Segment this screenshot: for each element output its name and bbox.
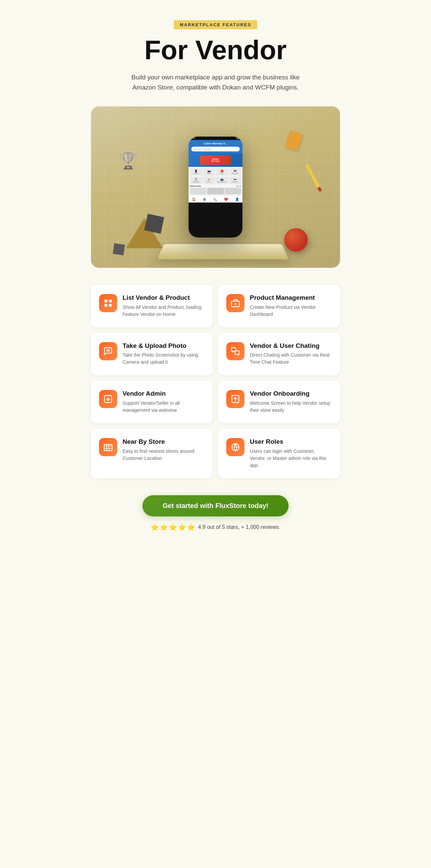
near-by-store-text: Near By Store Easy to find nearest store… <box>122 438 205 462</box>
vendor-onboarding-icon <box>226 390 245 408</box>
feature-card-near-by-store: Near By Store Easy to find nearest store… <box>91 429 213 478</box>
svg-point-19 <box>235 444 236 446</box>
dark-cube-object <box>144 214 164 234</box>
feature-card-product-management: Product Management Create New Product vi… <box>218 285 340 327</box>
triangle-object <box>126 218 163 248</box>
product-management-text: Product Management Create New Product vi… <box>250 294 332 318</box>
feature-card-vendor-onboarding: Vendor Onboarding Welcome Screen to help… <box>218 380 340 423</box>
rating-text: 4.9 out of 5 stars, + 1,000 reviews. <box>198 524 281 530</box>
take-upload-photo-icon <box>99 342 117 360</box>
product-management-icon <box>226 294 245 312</box>
vendor-user-chating-text: Vendor & User Chating Direct Chating wit… <box>250 342 332 366</box>
features-grid: List Vendor & Product Show All Vendor an… <box>91 285 340 478</box>
platform-object <box>157 244 289 259</box>
feature-card-take-upload-photo: Take & Upload Photo Take the Photo Scree… <box>91 333 213 375</box>
feature-card-vendor-admin: Vendor Admin Support Vendor/Seller in al… <box>91 380 213 423</box>
cta-section: Get started with FluxStore today! ⭐⭐⭐⭐⭐ … <box>91 495 340 531</box>
rating-row: ⭐⭐⭐⭐⭐ 4.9 out of 5 stars, + 1,000 review… <box>91 523 340 531</box>
vendor-admin-icon <box>99 390 117 408</box>
book-object <box>285 130 303 150</box>
hero-image: 🏆 9:17 ●●● Cyber Mo <box>91 106 340 268</box>
user-roles-icon <box>226 438 245 456</box>
svg-rect-2 <box>105 304 108 307</box>
star-rating: ⭐⭐⭐⭐⭐ <box>150 523 196 531</box>
feature-card-user-roles: User Roles Users can login with Customer… <box>218 429 340 478</box>
svg-point-7 <box>108 349 109 351</box>
list-vendor-product-text: List Vendor & Product Show All Vendor an… <box>122 294 205 318</box>
svg-rect-1 <box>109 300 111 302</box>
small-cube-object <box>113 243 125 255</box>
trophy-object: 🏆 <box>118 151 138 170</box>
get-started-button[interactable]: Get started with FluxStore today! <box>142 495 289 517</box>
list-vendor-product-icon <box>99 294 117 312</box>
page-subtitle: Build your own marketplace app and grow … <box>128 72 303 93</box>
take-upload-photo-text: Take & Upload Photo Take the Photo Scree… <box>122 342 205 366</box>
pencil-object <box>305 164 322 192</box>
marketplace-features-badge: MARKETPLACE FEATURES <box>174 20 257 29</box>
vendor-onboarding-text: Vendor Onboarding Welcome Screen to help… <box>250 390 332 414</box>
feature-card-list-vendor-product: List Vendor & Product Show All Vendor an… <box>91 285 213 327</box>
feature-card-vendor-user-chating: Vendor & User Chating Direct Chating wit… <box>218 333 340 375</box>
phone-mockup: 9:17 ●●● Cyber Monday S... Search for a … <box>189 136 242 238</box>
page-title: For Vendor <box>91 36 340 64</box>
svg-rect-3 <box>109 304 111 307</box>
near-by-store-icon <box>99 438 117 456</box>
svg-rect-12 <box>104 444 112 451</box>
ball-object <box>284 228 308 252</box>
svg-rect-0 <box>105 300 108 302</box>
user-roles-text: User Roles Users can login with Customer… <box>250 438 332 469</box>
vendor-user-chating-icon <box>226 342 245 360</box>
vendor-admin-text: Vendor Admin Support Vendor/Seller in al… <box>122 390 205 414</box>
